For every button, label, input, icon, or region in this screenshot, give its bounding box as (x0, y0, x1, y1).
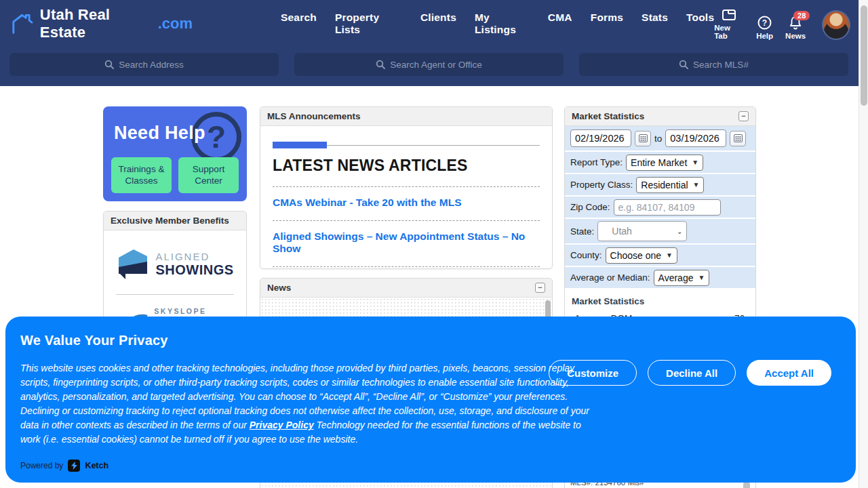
skyslope-text: SKYSLOPE (154, 307, 221, 315)
new-tab-label: New Tab (714, 24, 744, 40)
report-type-select[interactable]: Entire Market▼ (626, 155, 703, 171)
search-mls-input[interactable]: Search MLS# (579, 53, 848, 76)
news-badge: 28 (793, 11, 810, 20)
state-select[interactable]: Utah⌄ (597, 221, 687, 241)
article-link-cmas-webinar[interactable]: CMAs Webinar - Take 20 with the MLS (273, 197, 540, 209)
article-link-aligned-showings[interactable]: Aligned Showings – New Appointment Statu… (273, 230, 540, 255)
average-median-label: Average or Median: (570, 272, 650, 283)
news-title: News (267, 283, 291, 293)
county-row: County: Choose one▼ (565, 245, 755, 266)
help-button[interactable]: ? Help (756, 16, 773, 40)
help-icon: ? (757, 16, 772, 30)
stats-section-title: Market Statistics (572, 296, 749, 306)
nav-tools[interactable]: Tools (686, 12, 714, 36)
dashed-divider (273, 266, 540, 267)
zip-code-input[interactable] (614, 199, 721, 216)
calendar-icon[interactable] (635, 131, 651, 146)
svg-text:?: ? (762, 18, 767, 27)
page: Utah Real Estate .com Search Property Li… (0, 0, 868, 488)
privacy-banner-title: We Value Your Privacy (20, 333, 168, 348)
help-label: Help (756, 32, 773, 40)
search-icon (104, 60, 114, 69)
property-class-row: Property Class: Residential▼ (565, 174, 755, 195)
market-stats-title: Market Statistics (572, 111, 644, 121)
top-header: Utah Real Estate .com Search Property Li… (0, 0, 868, 86)
aligned-showings-logo[interactable]: ALIGNED SHOWINGS (108, 237, 242, 291)
stats-scrollbar-fragment[interactable] (743, 482, 750, 488)
county-select[interactable]: Choose one▼ (606, 247, 677, 264)
search-address-placeholder: Search Address (119, 60, 183, 70)
progress-bar (273, 142, 327, 148)
need-help-title: Need Help (114, 123, 205, 144)
cookie-consent-banner: We Value Your Privacy This website uses … (5, 317, 856, 483)
zip-code-label: Zip Code: (570, 202, 610, 212)
showings-text: SHOWINGS (155, 262, 233, 278)
average-median-select[interactable]: Average▼ (654, 270, 710, 286)
user-avatar[interactable] (822, 10, 850, 40)
date-to-input[interactable] (665, 129, 726, 147)
report-type-label: Report Type: (570, 157, 623, 167)
site-logo[interactable]: Utah Real Estate .com (9, 6, 193, 41)
search-icon (376, 60, 385, 69)
benefits-title: Exclusive Member Benefits (111, 216, 229, 226)
new-tab-icon (722, 8, 736, 22)
nav-clients[interactable]: Clients (420, 12, 456, 36)
average-median-row: Average or Median: Average▼ (565, 267, 755, 288)
state-label: State: (570, 226, 594, 237)
customize-button[interactable]: Customize (549, 360, 637, 386)
nav-search[interactable]: Search (281, 12, 317, 36)
privacy-banner-text: This website uses cookies and other trac… (20, 361, 598, 447)
dashed-divider (273, 220, 540, 221)
question-mark-glyph: ? (207, 119, 226, 155)
calendar-icon[interactable] (730, 131, 746, 146)
page-scrollbar[interactable] (859, 0, 868, 488)
nav-my-listings[interactable]: My Listings (475, 12, 530, 36)
page-scrollbar-thumb[interactable] (861, 5, 867, 106)
ketch-label: Ketch (85, 461, 108, 470)
new-tab-button[interactable]: New Tab (714, 8, 744, 40)
dashed-divider (273, 186, 540, 187)
nav-property-lists[interactable]: Property Lists (335, 12, 402, 36)
county-label: County: (570, 250, 602, 260)
logo-text: Utah Real Estate (40, 6, 157, 41)
collapse-icon[interactable]: − (535, 283, 545, 293)
logo-suffix: .com (158, 15, 193, 33)
property-class-select[interactable]: Residential▼ (636, 177, 704, 193)
aligned-showings-icon (116, 247, 150, 282)
nav-forms[interactable]: Forms (591, 12, 623, 36)
mls-announcements-panel: MLS Announcements LATEST NEWS ARTICLES C… (260, 106, 553, 269)
nav-stats[interactable]: Stats (642, 12, 668, 36)
collapse-icon[interactable]: − (738, 111, 749, 121)
search-address-input[interactable]: Search Address (9, 53, 279, 76)
accept-all-button[interactable]: Accept All (747, 360, 831, 386)
state-row: State: Utah⌄ (565, 219, 755, 243)
privacy-policy-link[interactable]: Privacy Policy (250, 420, 314, 430)
trainings-classes-button[interactable]: Trainings & Classes (111, 157, 172, 193)
latest-news-heading: LATEST NEWS ARTICLES (273, 157, 540, 175)
announcements-title: MLS Announcements (267, 111, 361, 121)
news-label: News (785, 32, 806, 40)
news-button[interactable]: 28 News (785, 16, 806, 40)
search-mls-placeholder: Search MLS# (693, 60, 749, 70)
report-type-row: Report Type: Entire Market▼ (565, 152, 755, 173)
decline-all-button[interactable]: Decline All (648, 360, 736, 386)
support-center-button[interactable]: Support Center (178, 157, 239, 193)
search-agent-input[interactable]: Search Agent or Office (294, 53, 564, 76)
powered-by[interactable]: Powered by Ketch (20, 460, 108, 472)
divider (116, 294, 234, 295)
house-icon (9, 12, 36, 36)
date-from-input[interactable] (570, 129, 631, 147)
nav-cma[interactable]: CMA (548, 12, 572, 36)
to-label: to (654, 134, 662, 144)
search-icon (679, 60, 688, 69)
progress-track (273, 145, 540, 146)
property-class-label: Property Class: (570, 180, 633, 190)
ketch-icon (68, 460, 80, 472)
aligned-text: ALIGNED (155, 251, 233, 262)
need-help-card: ? Need Help Trainings & Classes Support … (103, 106, 247, 201)
header-actions: New Tab ? Help 28 News (714, 8, 850, 40)
main-nav: Search Property Lists Clients My Listing… (281, 12, 714, 36)
date-range-row: to (565, 126, 755, 150)
zip-code-row: Zip Code: (565, 197, 755, 218)
powered-by-label: Powered by (20, 461, 63, 470)
